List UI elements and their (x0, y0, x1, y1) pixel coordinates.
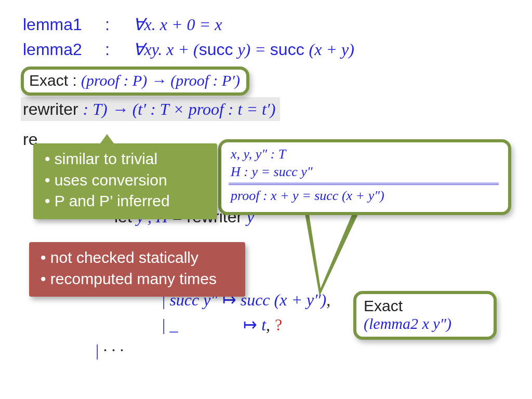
brick-note-item: not checked statically (41, 247, 234, 269)
lemma1-name: lemma1 (23, 15, 82, 34)
lemma1-line: lemma1 : ∀x. x + 0 = x (23, 12, 509, 36)
exact2-label: Exact (364, 297, 403, 314)
exact2-arg: (lemma2 x y″) (364, 315, 484, 332)
olive-note-item: similar to trivial (45, 149, 206, 170)
derivation-bubble: x, y, y″ : T H : y = succ y″ proof : x +… (218, 139, 511, 215)
exact-application-bubble: Exact (lemma2 x y″) (353, 291, 497, 340)
olive-note: similar to trivial uses conversion P and… (33, 143, 217, 219)
deriv-line2: H : y = succ y″ (229, 163, 499, 181)
brick-note-item: recomputed many times (41, 269, 234, 290)
deriv-line1: x, y, y″ : T (229, 145, 499, 163)
lemma-colon: : (105, 15, 110, 34)
lemma2-line: lemma2 : ∀xy. x + (succ y) = succ (x + y… (23, 37, 509, 61)
lemma2-name: lemma2 (23, 40, 82, 59)
brick-note: not checked statically recomputed many t… (29, 242, 245, 297)
olive-note-item: P and P’ inferred (45, 191, 206, 212)
exact-label: Exact (29, 72, 68, 89)
case-dots: | · · · (23, 338, 509, 362)
exact-body: (proof : P) → (proof : P′) (81, 72, 240, 89)
deriv-tail-inner (308, 208, 355, 288)
exact-signature-bubble: Exact : (proof : P) → (proof : P′) (21, 66, 249, 96)
lemma1-stmt: ∀x. x + 0 = x (133, 15, 222, 34)
deriv-line3: proof : x + y = succ (x + y″) (229, 187, 499, 205)
olive-note-item: uses conversion (45, 170, 206, 191)
rewriter-sig: rewriter : T) → (t′ : T × proof : t = t′… (21, 97, 280, 121)
